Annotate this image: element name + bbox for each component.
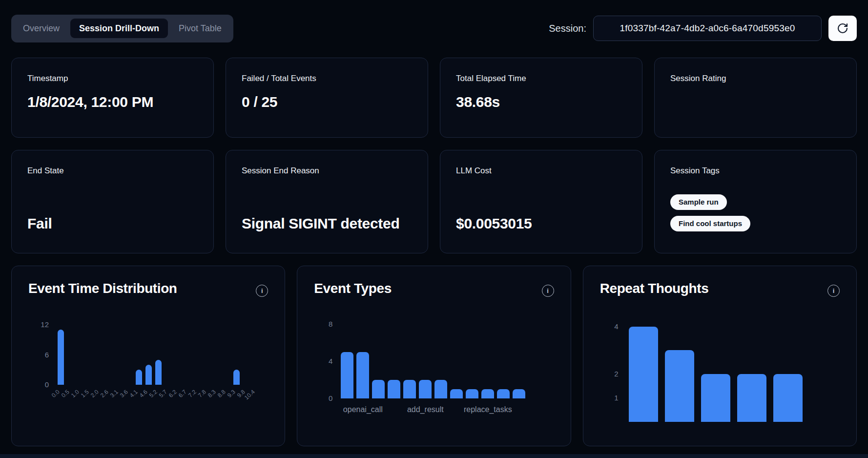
- tab-pivot-table[interactable]: Pivot Table: [170, 19, 230, 38]
- chart-card-event-time-distribution: Event Time Distribution i 06120.00.51.01…: [11, 266, 285, 446]
- session-tags-list: Sample run Find cool startups: [670, 194, 841, 231]
- stats-row-1: Timestamp 1/8/2024, 12:00 PM Failed / To…: [11, 58, 857, 138]
- stat-card-timestamp: Timestamp 1/8/2024, 12:00 PM: [11, 58, 214, 138]
- stat-label: LLM Cost: [456, 166, 626, 176]
- chart-header: Repeat Thoughts i: [600, 281, 840, 297]
- session-id-input[interactable]: [593, 16, 822, 41]
- info-icon[interactable]: i: [542, 285, 554, 297]
- stat-card-llm-cost: LLM Cost $0.0053015: [440, 150, 642, 253]
- chart-title: Event Types: [314, 281, 391, 296]
- chart-title: Event Time Distribution: [28, 281, 177, 296]
- stat-card-session-end-reason: Session End Reason Signal SIGINT detecte…: [226, 150, 428, 253]
- tab-overview[interactable]: Overview: [14, 19, 68, 38]
- view-tabs: Overview Session Drill-Down Pivot Table: [11, 15, 233, 42]
- stat-label: Total Elapsed Time: [456, 74, 626, 83]
- session-tag: Sample run: [670, 194, 727, 210]
- refresh-icon: [837, 22, 848, 34]
- repeat-thoughts-chart: 124: [604, 319, 806, 423]
- chart-header: Event Time Distribution i: [28, 281, 268, 297]
- stat-value: Fail: [27, 214, 188, 234]
- info-icon[interactable]: i: [256, 285, 268, 297]
- stat-value: 1/8/2024, 12:00 PM: [27, 92, 198, 112]
- stat-card-total-elapsed-time: Total Elapsed Time 38.68s: [440, 58, 642, 138]
- chart-card-event-types: Event Types i 048openai_calladd_resultre…: [297, 266, 571, 446]
- top-bar: Overview Session Drill-Down Pivot Table …: [11, 14, 857, 43]
- refresh-button[interactable]: [828, 16, 857, 41]
- stat-label: Timestamp: [27, 74, 198, 83]
- chart-header: Event Types i: [314, 281, 554, 297]
- stats-row-2: End State Fail Session End Reason Signal…: [11, 150, 857, 253]
- stat-value: 38.68s: [456, 92, 626, 112]
- bottom-strip: [0, 454, 868, 458]
- stat-card-failed-total-events: Failed / Total Events 0 / 25: [226, 58, 428, 138]
- chart-card-repeat-thoughts: Repeat Thoughts i 124: [583, 266, 857, 446]
- charts-row: Event Time Distribution i 06120.00.51.01…: [11, 266, 857, 446]
- session-dashboard: Overview Session Drill-Down Pivot Table …: [0, 0, 868, 446]
- event-time-distribution-chart: 06120.00.51.01.52.02.63.13.64.14.65.25.7…: [32, 322, 251, 415]
- tab-session-drill-down[interactable]: Session Drill-Down: [70, 19, 168, 38]
- stat-value: $0.0053015: [456, 214, 617, 234]
- event-types-chart: 048openai_calladd_resultreplace_tasks: [318, 322, 527, 420]
- session-label: Session:: [549, 23, 586, 34]
- chart-title: Repeat Thoughts: [600, 281, 709, 296]
- session-tag: Find cool startups: [670, 216, 750, 231]
- stat-card-session-rating: Session Rating: [654, 58, 857, 138]
- stat-card-session-tags: Session Tags Sample run Find cool startu…: [654, 150, 857, 253]
- stat-value: 0 / 25: [242, 92, 412, 112]
- stat-value: Signal SIGINT detected: [242, 214, 403, 234]
- info-icon[interactable]: i: [827, 285, 840, 297]
- stat-label: Session End Reason: [242, 166, 412, 176]
- stat-card-end-state: End State Fail: [11, 150, 214, 253]
- session-control: Session:: [549, 16, 857, 41]
- stat-label: Session Rating: [670, 74, 841, 83]
- stat-label: Failed / Total Events: [242, 74, 412, 83]
- stat-label: Session Tags: [670, 166, 841, 176]
- stat-label: End State: [27, 166, 198, 176]
